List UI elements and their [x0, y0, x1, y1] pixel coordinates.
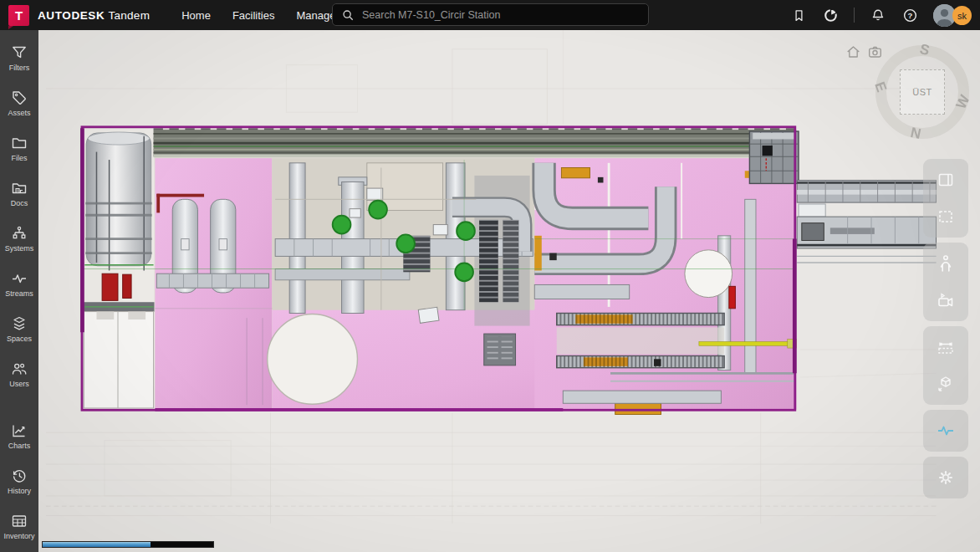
view-cube[interactable]: S W N E ÜST [875, 45, 969, 139]
sidebar-item-charts[interactable]: Charts [0, 413, 38, 458]
top-right-mech-room [749, 131, 799, 183]
home-view-icon[interactable] [846, 45, 860, 59]
model-viewport[interactable]: S W N E ÜST [38, 30, 980, 552]
sidebar-item-docs[interactable]: Docs [0, 171, 38, 216]
nav-facilities[interactable]: Facilities [232, 9, 275, 22]
first-person-button[interactable] [933, 251, 958, 276]
users-icon [11, 360, 28, 377]
brand-autodesk: AUTODESK [38, 9, 105, 22]
right-walkways [797, 181, 936, 263]
top-bar: T AUTODESK Tandem Home Facilities Manage… [0, 0, 980, 30]
docs-folder-icon [11, 180, 28, 197]
streams-overlay-button[interactable] [933, 418, 958, 443]
sidebar-item-assets[interactable]: Assets [0, 80, 38, 125]
sidebar-item-streams[interactable]: Streams [0, 261, 38, 306]
section-box-button[interactable] [933, 204, 958, 229]
donut-chart-icon[interactable] [822, 7, 839, 23]
loading-progress-fill [43, 542, 151, 547]
stream-marker[interactable] [333, 216, 351, 234]
bookmark-icon[interactable] [790, 7, 807, 23]
search-bar[interactable]: Search M7-S10_Circir Station [332, 3, 649, 26]
sidebar-item-spaces[interactable]: Spaces [0, 306, 38, 351]
brand-title: AUTODESK Tandem [38, 9, 150, 22]
charts-icon [11, 422, 28, 439]
filter-icon [11, 44, 28, 61]
spaces-layers-icon [11, 315, 28, 332]
nav-home[interactable]: Home [181, 9, 211, 22]
user-initials-badge[interactable]: sk [952, 6, 972, 25]
inventory-table-icon [11, 513, 28, 529]
top-right-actions: ? sk [790, 0, 972, 30]
search-icon [341, 8, 355, 22]
toolbar-group-tools [923, 326, 968, 405]
model-view-canvas[interactable] [38, 30, 980, 552]
sidebar-group-gap [0, 396, 38, 413]
viewer-toolbar [923, 159, 968, 498]
systems-tree-icon [11, 225, 28, 242]
notifications-bell-icon[interactable] [870, 7, 886, 23]
top-corridor [154, 129, 797, 157]
user-account[interactable]: sk [933, 3, 972, 27]
stream-marker[interactable] [457, 222, 475, 240]
stream-marker[interactable] [455, 263, 473, 281]
sidebar-item-history[interactable]: History [0, 458, 38, 503]
history-clock-icon [11, 468, 28, 484]
sidebar-item-systems[interactable]: Systems [0, 216, 38, 261]
nav-manage[interactable]: Manage [296, 9, 335, 22]
tandem-logo[interactable]: T [8, 5, 29, 26]
view-cube-top-face[interactable]: ÜST [900, 69, 945, 115]
folder-icon [11, 135, 28, 151]
streams-pulse-icon [11, 270, 28, 287]
loading-progress-bar [42, 541, 214, 548]
svg-text:?: ? [907, 10, 912, 19]
tag-icon [11, 89, 28, 106]
sidebar-item-files[interactable]: Files [0, 125, 38, 171]
toolbar-group-streams [923, 410, 968, 452]
search-placeholder: Search M7-S10_Circir Station [362, 9, 500, 21]
panels-button[interactable] [933, 167, 958, 192]
main-nav: Home Facilities Manage [181, 9, 335, 22]
explode-model-button[interactable] [933, 371, 958, 396]
camera-views-button[interactable] [933, 288, 958, 313]
toolbar-group-panels [923, 159, 968, 238]
sidebar-item-inventory[interactable]: Inventory [0, 503, 38, 549]
brand-product: Tandem [108, 9, 150, 22]
toolbar-group-settings [923, 457, 968, 498]
toolbar-group-navigation [923, 243, 968, 321]
left-sidebar: Filters Assets Files Docs Systems Stream… [0, 30, 38, 552]
stream-marker[interactable] [396, 234, 415, 253]
settings-gear-button[interactable] [933, 465, 958, 490]
sidebar-item-filters[interactable]: Filters [0, 35, 38, 80]
stream-marker[interactable] [369, 201, 387, 219]
toolbar-divider [854, 8, 855, 23]
sidebar-item-users[interactable]: Users [0, 351, 38, 396]
help-icon[interactable]: ? [901, 7, 918, 23]
measure-button[interactable] [933, 335, 958, 360]
